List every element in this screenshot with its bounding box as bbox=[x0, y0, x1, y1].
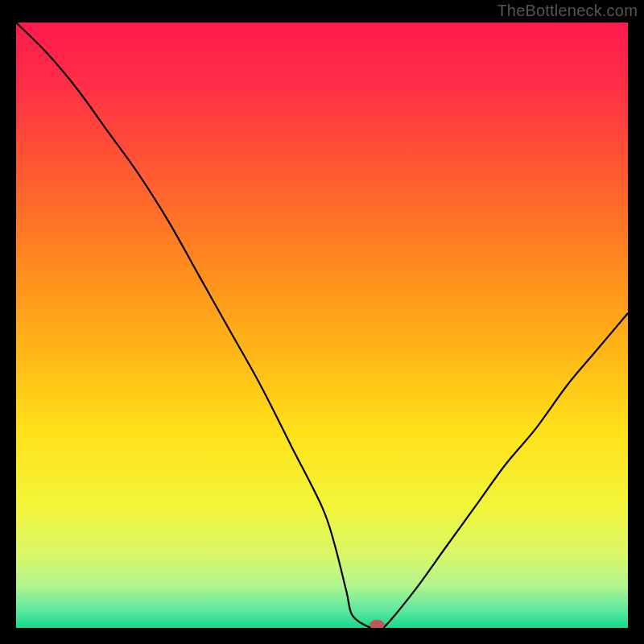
chart-frame: TheBottleneck.com bbox=[0, 0, 644, 644]
gradient-background bbox=[16, 23, 628, 628]
watermark-text: TheBottleneck.com bbox=[497, 2, 638, 20]
chart-svg bbox=[16, 23, 628, 628]
optimal-point-marker bbox=[369, 620, 384, 628]
plot-area bbox=[16, 23, 628, 628]
